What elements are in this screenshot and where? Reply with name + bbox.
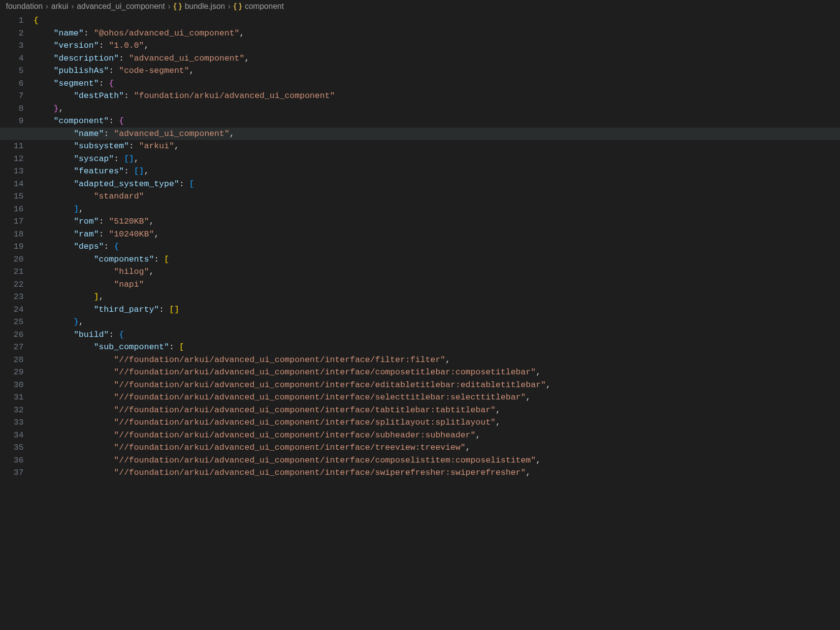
line-number: 16 [0,203,24,216]
code-line[interactable]: "rom": "5120KB", [33,215,840,228]
code-line[interactable]: "build": { [33,329,840,341]
breadcrumb-symbol[interactable]: component [245,2,284,11]
code-line[interactable]: "ram": "10240KB", [33,228,840,241]
line-number: 28 [0,354,24,366]
token: [] [169,305,179,314]
code-area[interactable]: { "name": "@ohos/advanced_ui_component",… [33,13,840,630]
code-line[interactable]: "features": [], [33,165,840,178]
code-line[interactable]: "adapted_system_type": [ [33,178,840,191]
code-line[interactable]: "//foundation/arkui/advanced_ui_componen… [33,416,840,429]
editor[interactable]: 1234567891011121314151617181920212223242… [0,13,840,630]
code-line[interactable]: }, [33,102,840,115]
code-line[interactable]: "subsystem": "arkui", [33,140,840,153]
token: , [526,393,531,402]
code-line[interactable]: "//foundation/arkui/advanced_ui_componen… [33,379,840,392]
breadcrumb-segment[interactable]: foundation [6,2,43,11]
token: , [536,456,541,465]
token: "subsystem" [74,141,129,151]
code-line[interactable]: "//foundation/arkui/advanced_ui_componen… [33,366,840,379]
token: "//foundation/arkui/advanced_ui_componen… [114,418,495,427]
token: "description" [54,54,119,63]
token: "//foundation/arkui/advanced_ui_componen… [114,380,546,390]
token: "publishAs" [54,66,109,75]
code-line[interactable]: "third_party": [] [33,303,840,316]
code-line[interactable]: "name": "advanced_ui_component", [33,128,840,140]
token: [] [134,166,144,176]
code-line[interactable]: "standard" [33,190,840,203]
token: , [189,66,194,75]
code-line[interactable]: "syscap": [], [33,153,840,166]
code-line[interactable]: "version": "1.0.0", [33,39,840,52]
line-number: 18 [0,228,24,241]
token: [] [124,154,134,164]
token: "build" [74,330,109,339]
code-line[interactable]: "name": "@ohos/advanced_ui_component", [33,27,840,40]
code-line[interactable]: "//foundation/arkui/advanced_ui_componen… [33,429,840,442]
breadcrumb-segment[interactable]: advanced_ui_component [77,2,165,11]
token: "standard" [94,192,144,201]
token: , [134,154,139,164]
code-line[interactable]: "//foundation/arkui/advanced_ui_componen… [33,441,840,454]
token: ] [94,292,98,301]
code-line[interactable]: "//foundation/arkui/advanced_ui_componen… [33,354,840,366]
token: , [144,166,149,176]
token: : [99,230,109,239]
line-number: 24 [0,303,24,316]
line-number: 29 [0,366,24,379]
token: { [119,116,124,126]
code-line[interactable]: ], [33,203,840,216]
token: "arkui" [139,141,174,151]
line-number: 34 [0,429,24,442]
token: "features" [74,166,124,176]
code-line[interactable]: "//foundation/arkui/advanced_ui_componen… [33,466,840,479]
code-line[interactable]: }, [33,316,840,329]
token: "//foundation/arkui/advanced_ui_componen… [114,443,465,452]
breadcrumb-segment[interactable]: arkui [51,2,68,11]
code-line[interactable]: "//foundation/arkui/advanced_ui_componen… [33,404,840,417]
code-line[interactable]: ], [33,291,840,303]
token: "version" [54,41,99,50]
code-line[interactable]: "sub_component": [ [33,341,840,354]
token: : [99,79,109,88]
token: "//foundation/arkui/advanced_ui_componen… [114,355,445,365]
line-number: 25 [0,316,24,329]
token: } [54,104,59,113]
code-line[interactable]: "deps": { [33,240,840,253]
code-line[interactable]: "//foundation/arkui/advanced_ui_componen… [33,391,840,404]
line-number: 17 [0,215,24,228]
line-number: 33 [0,416,24,429]
token: "name" [74,129,104,138]
token: , [465,443,470,452]
code-line[interactable]: "segment": { [33,77,840,90]
token: : [104,242,114,251]
breadcrumb-file[interactable]: bundle.json [185,2,225,11]
breadcrumb-separator: › [168,2,170,11]
code-line[interactable]: "components": [ [33,253,840,266]
token: "//foundation/arkui/advanced_ui_componen… [114,405,495,415]
token: "advanced_ui_component" [129,54,245,63]
token: , [229,129,234,138]
code-line[interactable]: "description": "advanced_ui_component", [33,52,840,65]
token: : [124,91,134,100]
token: "//foundation/arkui/advanced_ui_componen… [114,367,536,377]
breadcrumb[interactable]: foundation › arkui › advanced_ui_compone… [0,0,840,13]
token: : [119,54,129,63]
token: , [154,230,159,239]
code-line[interactable]: "napi" [33,278,840,291]
token: { [33,16,38,25]
code-line[interactable]: { [33,14,840,27]
token: , [79,317,84,327]
code-line[interactable]: "hilog", [33,265,840,278]
token: "//foundation/arkui/advanced_ui_componen… [114,468,526,477]
json-file-icon: { } [173,2,182,11]
token: : [104,129,114,138]
code-line[interactable]: "component": { [33,115,840,128]
line-number: 9 [0,115,24,128]
line-number: 19 [0,240,24,253]
code-line[interactable]: "//foundation/arkui/advanced_ui_componen… [33,454,840,467]
code-line[interactable]: "publishAs": "code-segment", [33,65,840,77]
token: , [536,367,541,377]
token: "components" [94,255,154,264]
token: "10240KB" [109,230,154,239]
code-line[interactable]: "destPath": "foundation/arkui/advanced_u… [33,90,840,102]
